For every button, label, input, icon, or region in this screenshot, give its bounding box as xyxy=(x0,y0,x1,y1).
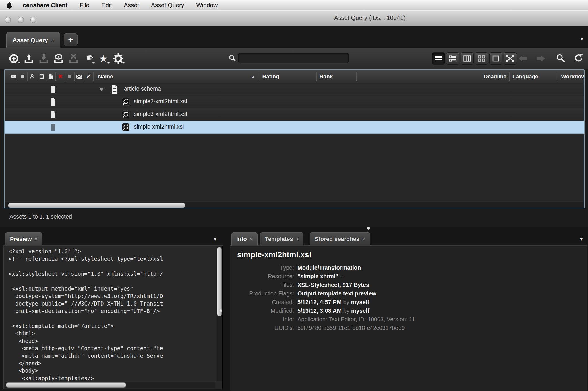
preview-vertical-scrollbar[interactable] xyxy=(216,246,222,381)
field-label: UUID's: xyxy=(233,324,294,332)
table-row[interactable]: simple3-xml2html.xsl xyxy=(5,108,584,121)
menu-bar: censhare Client File Edit Asset Asset Qu… xyxy=(0,0,588,11)
actions-button[interactable] xyxy=(111,50,126,67)
discard-button[interactable] xyxy=(66,50,81,67)
status-text: Assets 1 to 1, 1 selected xyxy=(9,213,72,220)
search-icon xyxy=(229,54,236,62)
view-grid-button[interactable] xyxy=(475,52,488,65)
transformation-module-icon xyxy=(122,123,130,133)
header-gray-flag-icon[interactable] xyxy=(65,72,75,81)
tag-caret-icon xyxy=(92,62,95,64)
header-window-flag-icon[interactable] xyxy=(9,72,18,81)
back-button[interactable] xyxy=(517,54,528,63)
tab-list-dropdown-icon[interactable]: ▼ xyxy=(580,36,584,41)
header-delete-flag-icon[interactable]: ✖ xyxy=(56,72,65,81)
header-name-column[interactable]: Name ▲ xyxy=(94,72,260,81)
new-asset-caret-icon xyxy=(18,62,20,64)
header-page-icon[interactable] xyxy=(46,72,56,81)
quick-search xyxy=(229,53,349,63)
scrollbar-thumb[interactable] xyxy=(6,382,126,388)
scrollbar-thumb[interactable] xyxy=(217,247,222,316)
header-language-column[interactable]: Language xyxy=(510,72,558,81)
tab-info[interactable]: Info × xyxy=(231,232,258,246)
view-columns-button[interactable] xyxy=(461,52,474,65)
menu-asset-query[interactable]: Asset Query xyxy=(145,0,190,10)
new-tab-button[interactable]: + xyxy=(64,33,78,46)
view-details-button[interactable] xyxy=(446,52,459,65)
download-button[interactable] xyxy=(36,50,51,67)
disclosure-triangle-icon[interactable] xyxy=(99,88,104,91)
table-horizontal-scrollbar[interactable] xyxy=(5,202,584,208)
tab-close-icon[interactable]: × xyxy=(51,37,54,43)
menu-app[interactable]: censhare Client xyxy=(17,0,74,10)
field-value: Application: Text Editor, ID: 10063, Ver… xyxy=(297,315,587,324)
preview-tab-strip: Preview × ▼ xyxy=(0,228,223,246)
tab-templates[interactable]: Templates × xyxy=(260,232,303,246)
censhare-client-screen: censhare Client File Edit Asset Asset Qu… xyxy=(0,0,588,391)
tag-button[interactable] xyxy=(81,50,96,67)
forward-button[interactable] xyxy=(535,54,547,63)
checkout-button[interactable] xyxy=(51,50,66,67)
new-asset-button[interactable] xyxy=(6,50,21,67)
code-text: <?xml version="1.0" ?> <!-- referencia <… xyxy=(4,246,216,382)
info-panel-menu-icon[interactable]: ▼ xyxy=(579,237,583,242)
page-flag-icon xyxy=(50,85,56,95)
view-list-button[interactable] xyxy=(432,52,445,65)
header-workflow-column[interactable]: Workflow xyxy=(558,72,584,81)
table-row[interactable]: simple2-xml2html.xsl xyxy=(5,96,584,108)
tab-close-icon[interactable]: × xyxy=(362,236,365,242)
upload-button[interactable] xyxy=(21,50,36,67)
toolbar-search-button[interactable] xyxy=(555,54,566,62)
window-minimize-button[interactable] xyxy=(18,17,24,23)
field-label: Type: xyxy=(233,263,294,272)
tab-close-icon[interactable]: × xyxy=(35,236,38,242)
table-header: ✖ ✓ Name ▲ Rating Rank Deadline Language… xyxy=(5,70,584,83)
view-fullscreen-button[interactable] xyxy=(504,52,517,65)
tab-asset-query[interactable]: Asset Query × xyxy=(6,32,60,48)
preview-horizontal-scrollbar[interactable] xyxy=(5,382,215,388)
menu-window[interactable]: Window xyxy=(190,0,224,10)
tab-stored-searches[interactable]: Stored searches × xyxy=(310,232,370,246)
header-square-flag-icon[interactable] xyxy=(18,72,28,81)
window-zoom-button[interactable] xyxy=(30,17,36,23)
tab-close-icon[interactable]: × xyxy=(250,236,253,242)
tab-preview[interactable]: Preview × xyxy=(5,232,42,246)
splitter-handle[interactable] xyxy=(220,309,222,312)
menu-asset[interactable]: Asset xyxy=(118,0,145,10)
transformation-module-icon xyxy=(122,110,130,120)
table-row-selected[interactable]: simple-xml2html.xsl xyxy=(5,121,584,134)
page-flag-icon xyxy=(50,123,56,133)
asset-name: simple-xml2html.xsl xyxy=(134,123,184,130)
favorite-button[interactable]: ★ xyxy=(96,50,111,67)
header-rank-column[interactable]: Rank xyxy=(317,72,357,81)
search-input[interactable] xyxy=(238,53,349,63)
field-label: Resource: xyxy=(233,272,294,281)
header-content-icon[interactable] xyxy=(37,72,47,81)
main-toolbar: ★ xyxy=(0,48,588,69)
header-mail-icon[interactable] xyxy=(75,72,84,81)
header-rating-column[interactable]: Rating xyxy=(259,72,316,81)
tab-close-icon[interactable]: × xyxy=(296,236,299,242)
refresh-button[interactable] xyxy=(572,54,584,62)
favorite-caret-icon xyxy=(107,62,110,64)
window-close-button[interactable] xyxy=(5,17,11,23)
field-value: Output template text preview xyxy=(297,289,587,298)
view-single-button[interactable] xyxy=(489,52,502,65)
info-fields: Type: Module/Transformation Resource: “s… xyxy=(230,263,587,332)
window-title: Asset Query (IDs: , 10041) xyxy=(334,14,406,21)
header-deadline-column[interactable]: Deadline xyxy=(357,72,510,81)
menu-file[interactable]: File xyxy=(74,0,95,10)
field-label: Files: xyxy=(233,281,294,289)
header-check-icon[interactable]: ✓ xyxy=(84,72,94,81)
header-person-icon[interactable] xyxy=(28,72,37,81)
view-mode-group xyxy=(432,52,517,65)
apple-menu-icon[interactable] xyxy=(6,1,13,9)
table-row[interactable]: article schema xyxy=(5,83,584,96)
plus-icon: + xyxy=(68,35,73,44)
field-label: Modified: xyxy=(233,306,294,315)
preview-panel-menu-icon[interactable]: ▼ xyxy=(213,237,217,242)
scrollbar-thumb[interactable] xyxy=(8,203,185,208)
toolbar-action-group: ★ xyxy=(6,48,126,69)
menu-edit[interactable]: Edit xyxy=(95,0,118,10)
actions-caret-icon xyxy=(122,62,125,64)
